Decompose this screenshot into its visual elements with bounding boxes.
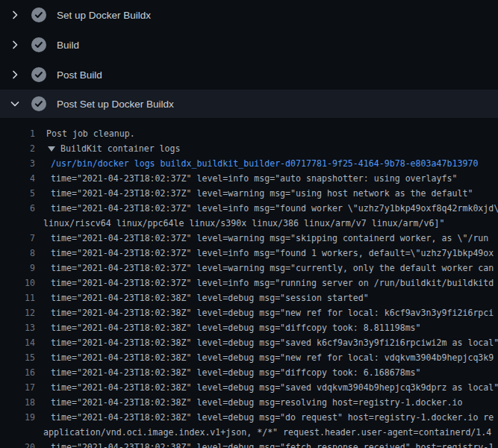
log-wrapped-line: application/vnd.oci.image.index.v1+json,… — [0, 425, 498, 440]
log-line: 1Post job cleanup. — [0, 126, 498, 141]
log-line: 19time="2021-04-23T18:02:38Z" level=debu… — [0, 410, 498, 425]
chevron-right-icon — [9, 9, 21, 21]
log-line: 8time="2021-04-23T18:02:37Z" level=info … — [0, 246, 498, 261]
log-line-number[interactable]: 17 — [0, 380, 35, 395]
log-text: application/vnd.oci.image.index.v1+json,… — [43, 425, 491, 440]
workflow-step-list: Set up Docker BuildxBuildPost BuildPost … — [0, 0, 498, 118]
check-circle-icon — [31, 96, 46, 111]
log-text: time="2021-04-23T18:02:38Z" level=debug … — [51, 395, 462, 410]
log-line: 6time="2021-04-23T18:02:37Z" level=info … — [0, 201, 498, 216]
log-line-number[interactable]: 13 — [0, 320, 35, 335]
log-text: time="2021-04-23T18:02:38Z" level=debug … — [51, 350, 494, 365]
log-line-number[interactable]: 19 — [0, 410, 35, 425]
log-line: 15time="2021-04-23T18:02:38Z" level=debu… — [0, 350, 498, 365]
log-text: time="2021-04-23T18:02:37Z" level=info m… — [51, 276, 494, 290]
log-line-number[interactable]: 11 — [0, 290, 35, 305]
log-line-number[interactable]: 7 — [0, 231, 35, 246]
log-line: 10time="2021-04-23T18:02:37Z" level=info… — [0, 276, 498, 290]
log-line: 16time="2021-04-23T18:02:38Z" level=debu… — [0, 365, 498, 380]
log-text: time="2021-04-23T18:02:38Z" level=debug … — [51, 305, 494, 320]
log-group-toggle[interactable]: BuildKit container logs — [46, 141, 181, 156]
log-text: time="2021-04-23T18:02:37Z" level=warnin… — [51, 186, 473, 201]
log-line-number[interactable]: 2 — [0, 141, 35, 156]
log-line-number[interactable]: 8 — [0, 246, 35, 261]
log-line: 13time="2021-04-23T18:02:38Z" level=debu… — [0, 320, 498, 335]
step-row-build[interactable]: Build — [0, 30, 498, 60]
step-label: Post Set up Docker Buildx — [57, 99, 174, 110]
log-text: /usr/bin/docker logs buildx_buildkit_bui… — [51, 156, 478, 171]
log-text: linux/riscv64 linux/ppc64le linux/s390x … — [43, 216, 444, 231]
log-viewer: 1Post job cleanup.2BuildKit container lo… — [0, 118, 498, 448]
log-line: 5time="2021-04-23T18:02:37Z" level=warni… — [0, 186, 498, 201]
step-row-set-up-docker-buildx[interactable]: Set up Docker Buildx — [0, 0, 498, 30]
log-line-number[interactable]: 6 — [0, 201, 35, 216]
log-line-number[interactable]: 14 — [0, 335, 35, 350]
log-text: time="2021-04-23T18:02:37Z" level=info m… — [51, 246, 494, 261]
log-line: 14time="2021-04-23T18:02:38Z" level=debu… — [0, 335, 498, 350]
chevron-right-icon — [9, 69, 21, 81]
step-label: Build — [57, 40, 79, 51]
log-line: 9time="2021-04-23T18:02:37Z" level=warni… — [0, 261, 498, 276]
log-line-number[interactable]: 1 — [0, 126, 35, 141]
check-circle-icon — [31, 67, 46, 82]
step-row-post-build[interactable]: Post Build — [0, 60, 498, 90]
log-line-number[interactable]: 5 — [0, 186, 35, 201]
log-line-number — [0, 216, 35, 231]
log-line-number — [0, 425, 35, 440]
log-text: time="2021-04-23T18:02:38Z" level=debug … — [51, 290, 369, 305]
log-line-number[interactable]: 18 — [0, 395, 35, 410]
log-line: 17time="2021-04-23T18:02:38Z" level=debu… — [0, 380, 498, 395]
log-text: time="2021-04-23T18:02:38Z" level=debug … — [51, 365, 421, 380]
log-text: time="2021-04-23T18:02:38Z" level=debug … — [51, 440, 494, 448]
check-circle-icon — [31, 37, 46, 52]
step-label: Set up Docker Buildx — [57, 10, 151, 21]
log-text: time="2021-04-23T18:02:37Z" level=warnin… — [51, 231, 488, 246]
log-text: time="2021-04-23T18:02:37Z" level=warnin… — [51, 261, 494, 276]
log-line-number[interactable]: 3 — [0, 156, 35, 171]
log-line-number[interactable]: 16 — [0, 365, 35, 380]
log-text: time="2021-04-23T18:02:38Z" level=debug … — [51, 335, 498, 350]
log-text: time="2021-04-23T18:02:37Z" level=info m… — [51, 201, 498, 216]
log-text: time="2021-04-23T18:02:38Z" level=debug … — [51, 320, 421, 335]
log-line: 18time="2021-04-23T18:02:38Z" level=debu… — [0, 395, 498, 410]
log-text: time="2021-04-23T18:02:37Z" level=info m… — [51, 171, 457, 186]
chevron-down-icon — [9, 98, 21, 110]
log-line-number[interactable]: 12 — [0, 305, 35, 320]
step-label: Post Build — [57, 69, 102, 81]
log-text: time="2021-04-23T18:02:38Z" level=debug … — [51, 410, 494, 425]
log-line: 4time="2021-04-23T18:02:37Z" level=info … — [0, 171, 498, 186]
log-text: Post job cleanup. — [46, 126, 135, 141]
log-wrapped-line: linux/riscv64 linux/ppc64le linux/s390x … — [0, 216, 498, 231]
log-line-number[interactable]: 4 — [0, 171, 35, 186]
log-line: 12time="2021-04-23T18:02:38Z" level=debu… — [0, 305, 498, 320]
log-group-title: BuildKit container logs — [60, 141, 181, 156]
log-line-number[interactable]: 20 — [0, 440, 35, 448]
log-text: time="2021-04-23T18:02:38Z" level=debug … — [51, 380, 498, 395]
log-command-line: 3/usr/bin/docker logs buildx_buildkit_bu… — [0, 156, 498, 171]
log-line: 11time="2021-04-23T18:02:38Z" level=debu… — [0, 290, 498, 305]
log-line: 7time="2021-04-23T18:02:37Z" level=warni… — [0, 231, 498, 246]
chevron-right-icon — [9, 39, 21, 51]
triangle-down-icon — [48, 146, 55, 152]
log-line-number[interactable]: 10 — [0, 276, 35, 290]
log-group-line: 2BuildKit container logs — [0, 141, 498, 156]
step-row-post-set-up-docker-buildx[interactable]: Post Set up Docker Buildx — [0, 90, 498, 118]
check-circle-icon — [31, 7, 46, 22]
log-line-number[interactable]: 15 — [0, 350, 35, 365]
log-line: 20time="2021-04-23T18:02:38Z" level=debu… — [0, 440, 498, 448]
log-line-number[interactable]: 9 — [0, 261, 35, 276]
